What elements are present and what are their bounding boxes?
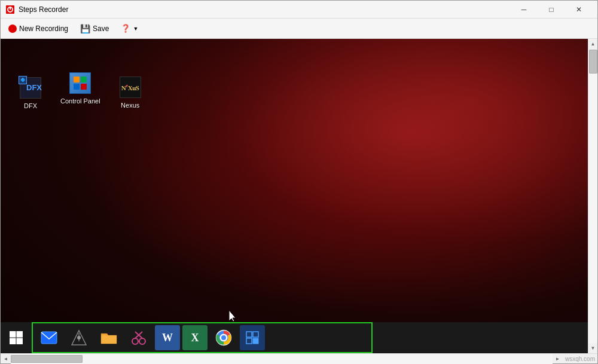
dfx-icon-bg: 🔷 DFX <box>20 77 41 99</box>
svg-rect-25 <box>246 332 252 337</box>
watermark-text: wsxqh.com <box>563 356 597 362</box>
control-panel-label: Control Panel <box>60 97 100 105</box>
svg-rect-6 <box>74 84 80 90</box>
desktop-icon-control-panel[interactable]: Control Panel <box>56 69 104 107</box>
save-label: Save <box>93 25 109 33</box>
taskbar-raptor-icon[interactable] <box>65 324 93 351</box>
chrome-icon <box>215 329 232 346</box>
help-button[interactable]: ❓ ▼ <box>115 21 144 36</box>
svg-rect-3 <box>10 7 11 10</box>
dfx-text: DFX <box>26 83 42 92</box>
scroll-track-v <box>588 49 598 343</box>
new-recording-button[interactable]: New Recording <box>3 22 74 36</box>
desktop-icon-nexus[interactable]: NeXuS Nexus <box>106 73 154 111</box>
taskbar-chrome-icon[interactable] <box>210 324 237 351</box>
desktop-icons: 🔷 DFX DFX <box>1 39 588 136</box>
help-dropdown-arrow: ▼ <box>133 26 138 32</box>
svg-rect-27 <box>246 338 252 344</box>
window-title: Steps Recorder <box>19 5 510 14</box>
scroll-right-arrow[interactable]: ► <box>553 354 563 364</box>
taskbar-word-icon[interactable]: W <box>155 325 180 350</box>
dfx-label: DFX <box>24 102 37 109</box>
svg-point-15 <box>77 336 81 339</box>
scroll-left-arrow[interactable]: ◄ <box>1 354 11 364</box>
taskbar-mail-icon[interactable] <box>35 324 63 351</box>
window-controls: ─ □ ✕ <box>510 1 593 19</box>
taskbar: W X <box>1 322 588 353</box>
svg-rect-4 <box>74 77 80 82</box>
save-icon: 💾 <box>80 24 90 33</box>
taskbar-pinned-icons: W X <box>32 322 373 353</box>
nexus-text: NeXuS <box>121 82 139 91</box>
steps-icon <box>246 331 259 344</box>
scroll-thumb-v[interactable] <box>589 50 597 74</box>
vertical-scrollbar: ▲ ▼ <box>588 39 597 353</box>
svg-point-18 <box>139 338 145 344</box>
svg-rect-7 <box>81 84 87 90</box>
nexus-icon: NeXuS <box>118 75 142 99</box>
svg-rect-11 <box>17 338 23 345</box>
desktop-capture: 🔷 DFX DFX <box>1 39 588 353</box>
svg-rect-28 <box>253 338 258 344</box>
svg-point-24 <box>221 335 226 340</box>
app-icon <box>5 5 15 14</box>
maximize-button[interactable]: □ <box>538 1 565 19</box>
main-content: 🔷 DFX DFX <box>1 39 597 353</box>
taskbar-folder-icon[interactable] <box>95 324 123 351</box>
title-bar: Steps Recorder ─ □ ✕ <box>1 1 597 19</box>
svg-rect-16 <box>101 335 117 344</box>
nexus-label: Nexus <box>121 102 139 109</box>
minimize-button[interactable]: ─ <box>510 1 538 19</box>
taskbar-steps-recorder-icon[interactable] <box>240 325 265 350</box>
svg-rect-10 <box>10 338 16 345</box>
raptor-icon <box>71 329 87 346</box>
horizontal-scrollbar: ◄ ► wsxqh.com <box>1 353 597 363</box>
svg-point-17 <box>132 338 138 344</box>
toolbar: New Recording 💾 Save ❓ ▼ <box>1 19 597 39</box>
desktop-icon-dfx[interactable]: 🔷 DFX DFX <box>7 74 54 112</box>
save-button[interactable]: 💾 Save <box>75 21 114 36</box>
scroll-thumb-h[interactable] <box>11 355 83 363</box>
scroll-up-arrow[interactable]: ▲ <box>588 39 598 49</box>
excel-letter: X <box>191 332 199 344</box>
word-letter: W <box>162 332 173 344</box>
mail-icon <box>41 331 57 344</box>
nexus-icon-box: NeXuS <box>120 77 141 98</box>
taskbar-excel-icon[interactable]: X <box>182 325 208 350</box>
close-button[interactable]: ✕ <box>565 1 593 19</box>
start-button[interactable] <box>1 322 32 353</box>
svg-rect-8 <box>10 331 16 338</box>
window: Steps Recorder ─ □ ✕ New Recording 💾 Sav… <box>0 0 598 364</box>
screenshot-area: 🔷 DFX DFX <box>1 39 588 353</box>
dfx-icon: 🔷 DFX <box>19 76 42 100</box>
svg-rect-9 <box>17 331 23 338</box>
svg-rect-26 <box>253 332 258 337</box>
control-panel-icon-box <box>69 72 91 94</box>
scroll-track-h <box>11 354 553 364</box>
record-icon <box>8 25 17 33</box>
svg-rect-12 <box>41 332 57 344</box>
dfx-small-icon: 🔷 <box>19 76 27 84</box>
folder-icon <box>100 331 117 345</box>
scissors-icon <box>130 329 147 346</box>
scroll-down-arrow[interactable]: ▼ <box>588 343 598 353</box>
windows-logo-icon <box>9 331 23 345</box>
svg-rect-5 <box>81 77 87 82</box>
control-panel-icon <box>68 71 92 95</box>
taskbar-scissors-icon[interactable] <box>125 324 152 351</box>
help-icon: ❓ <box>121 24 130 33</box>
new-recording-label: New Recording <box>19 25 68 33</box>
